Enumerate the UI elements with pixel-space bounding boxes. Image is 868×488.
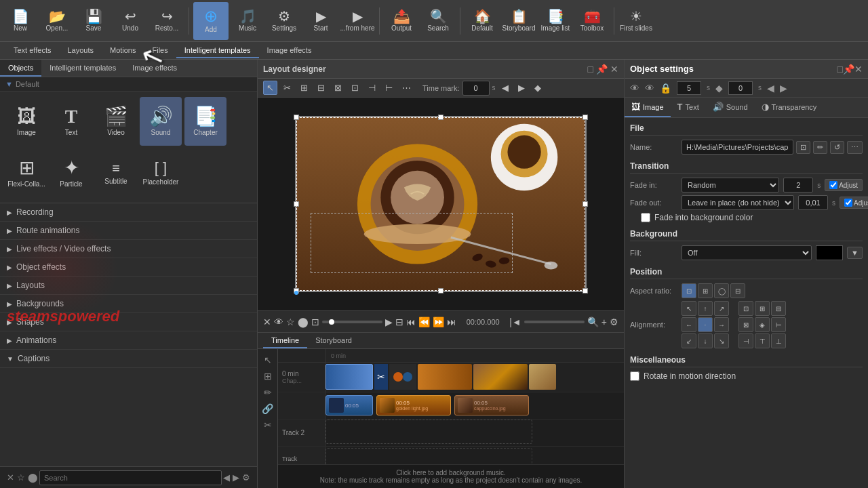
grid-tool[interactable]: ⊞	[297, 81, 311, 95]
ost-eye-button[interactable]: 👁	[630, 83, 639, 94]
object-chapter[interactable]: 📑 Chapter	[184, 97, 226, 146]
file-more-btn[interactable]: ⋯	[847, 141, 863, 154]
object-particle[interactable]: ✦ Particle	[50, 148, 92, 197]
open-button[interactable]: 📂 Open...	[39, 2, 75, 40]
fade-out-adjust-check[interactable]	[844, 199, 852, 207]
tab-intelligent-templates[interactable]: Intelligent templates	[176, 43, 259, 58]
tl-tool-link[interactable]: 🔗	[262, 403, 273, 414]
handle-top-center[interactable]	[438, 115, 443, 120]
storyboard-scissors[interactable]: ✂	[374, 364, 388, 390]
tab-storyboard[interactable]: Storyboard	[307, 333, 360, 348]
align-bl2-btn[interactable]: ⊣	[738, 333, 753, 348]
subtab-image[interactable]: 🖼 Image	[625, 98, 671, 117]
rotate-checkbox[interactable]	[630, 371, 639, 381]
subtab-transparency[interactable]: ◑ Transparency	[755, 98, 824, 117]
redo-button[interactable]: ↪ Resto...	[149, 2, 184, 40]
default-button[interactable]: 🏠 Default	[465, 2, 500, 40]
start-button[interactable]: ▶ Start	[303, 2, 338, 40]
align-tr2-btn[interactable]: ⊟	[771, 301, 786, 316]
crop-tool[interactable]: ✂	[280, 81, 294, 95]
tl-tool-edit[interactable]: ✏	[264, 387, 272, 398]
align-tr-btn[interactable]: ↗	[714, 301, 729, 316]
playback-zoom-in[interactable]: +	[601, 317, 607, 327]
image-list-button[interactable]: 📑 Image list	[538, 2, 573, 40]
object-flexi-colla[interactable]: ⊞ Flexi-Colla...	[5, 148, 47, 197]
music-button[interactable]: 🎵 Music	[230, 2, 265, 40]
align-bc-btn[interactable]: ↓	[698, 333, 713, 348]
handle-top-right[interactable]	[583, 115, 588, 120]
distribute-tool[interactable]: ⊠	[331, 81, 345, 95]
aspect-btn-3[interactable]: ◯	[714, 283, 729, 298]
search-button[interactable]: 🔍 Search	[420, 2, 456, 40]
keyframe-tool[interactable]: ◆	[531, 81, 545, 95]
rotate-tool[interactable]: ⊢	[382, 81, 396, 95]
tab-text-effects[interactable]: Text effects	[5, 43, 59, 58]
tab-image-effects[interactable]: Image effects	[259, 43, 320, 58]
aspect-btn-2[interactable]: ⊞	[698, 283, 713, 298]
align-tl-btn[interactable]: ↖	[682, 301, 696, 316]
ost-value2-input[interactable]	[728, 81, 753, 95]
search-nav-left[interactable]: ◀	[222, 471, 231, 484]
playback-close[interactable]: ✕	[263, 317, 271, 327]
aspect-btn-1[interactable]: ⊡	[682, 283, 696, 298]
playback-star[interactable]: ☆	[286, 317, 295, 327]
fade-out-num-input[interactable]	[798, 195, 828, 210]
handle-bottom-right[interactable]	[583, 288, 588, 293]
playback-skip-back[interactable]: ⏮	[406, 317, 416, 327]
subtab-text[interactable]: T Text	[671, 98, 706, 117]
tab-timeline[interactable]: Timeline	[263, 333, 307, 348]
tab-image-effects-left[interactable]: Image effects	[124, 60, 185, 77]
ost-nav-right[interactable]: ▶	[780, 83, 787, 94]
tab-motions[interactable]: Motions	[102, 43, 144, 58]
playback-play[interactable]: ▶	[385, 317, 393, 327]
time-mark-input[interactable]	[462, 81, 490, 96]
select-tool[interactable]: ↖	[263, 81, 277, 95]
tab-objects[interactable]: Objects	[0, 60, 41, 77]
output-button[interactable]: 📤 Output	[384, 2, 419, 40]
storyboard-button[interactable]: 📋 Storyboard	[501, 2, 536, 40]
tab-intelligent-templates-left[interactable]: Intelligent templates	[41, 60, 124, 77]
time-nav-left[interactable]: ◀	[498, 81, 512, 95]
timeline-tracks[interactable]: 0 min 0 min Chap...	[278, 349, 624, 488]
track-content-1[interactable]: 00:05 00:05 golden light.jpg	[326, 392, 624, 419]
fade-out-adjust-btn[interactable]: Adjust	[840, 197, 868, 209]
ost-nav-left[interactable]: ◀	[767, 83, 774, 94]
background-color-swatch[interactable]	[816, 245, 843, 260]
align-br-btn[interactable]: ↘	[714, 333, 729, 348]
file-copy-btn[interactable]: ⊡	[796, 141, 810, 154]
aspect-btn-4[interactable]: ⊟	[730, 283, 745, 298]
handle-mid-left[interactable]	[294, 201, 299, 207]
subtab-sound[interactable]: 🔊 Sound	[706, 98, 755, 117]
fade-in-adjust-check[interactable]	[829, 181, 837, 189]
layout-pin-button[interactable]: 📌	[596, 64, 608, 75]
playback-settings[interactable]: ⚙	[610, 317, 618, 327]
search-input[interactable]	[39, 470, 222, 485]
right-pin-button[interactable]: 📌	[843, 64, 854, 75]
settings-button[interactable]: ⚙ Settings	[267, 2, 302, 40]
file-edit-btn[interactable]: ✏	[813, 141, 827, 154]
playback-zoom-out[interactable]: 🔍	[587, 317, 599, 327]
fade-in-select[interactable]: Random	[682, 178, 779, 192]
bg-music-note[interactable]: Click here to add background music. Note…	[278, 464, 624, 488]
object-video[interactable]: 🎬 Video	[95, 97, 137, 146]
handle-bottom-center[interactable]	[438, 288, 443, 293]
align-ml-btn[interactable]: ←	[682, 317, 696, 332]
section-backgrounds[interactable]: ▶ Backgrounds	[0, 295, 257, 313]
toolbox-button[interactable]: 🧰 Toolbox	[574, 2, 610, 40]
ost-eye2-button[interactable]: 👁	[645, 83, 654, 94]
align-tl2-btn[interactable]: ⊡	[738, 301, 753, 316]
storyboard-thumb-3[interactable]	[473, 364, 528, 390]
tab-files[interactable]: Files	[144, 43, 176, 58]
align-tool[interactable]: ⊟	[314, 81, 328, 95]
align-tc2-btn[interactable]: ⊞	[755, 301, 770, 316]
align-bl-btn[interactable]: ↙	[682, 333, 696, 348]
align-br2-btn[interactable]: ⊥	[771, 333, 786, 348]
tab-layouts[interactable]: Layouts	[59, 43, 102, 58]
handle-top-left[interactable]	[294, 115, 299, 120]
clip-orange-1[interactable]: 00:05 golden light.jpg	[376, 395, 451, 415]
file-refresh-btn[interactable]: ↺	[830, 141, 844, 154]
ost-key1-button[interactable]: ◆	[715, 83, 723, 94]
object-placeholder[interactable]: [ ] Placeholder	[140, 148, 182, 197]
clip-blue-1[interactable]: 00:05	[326, 395, 373, 415]
section-recording[interactable]: ▶ Recording	[0, 203, 257, 222]
